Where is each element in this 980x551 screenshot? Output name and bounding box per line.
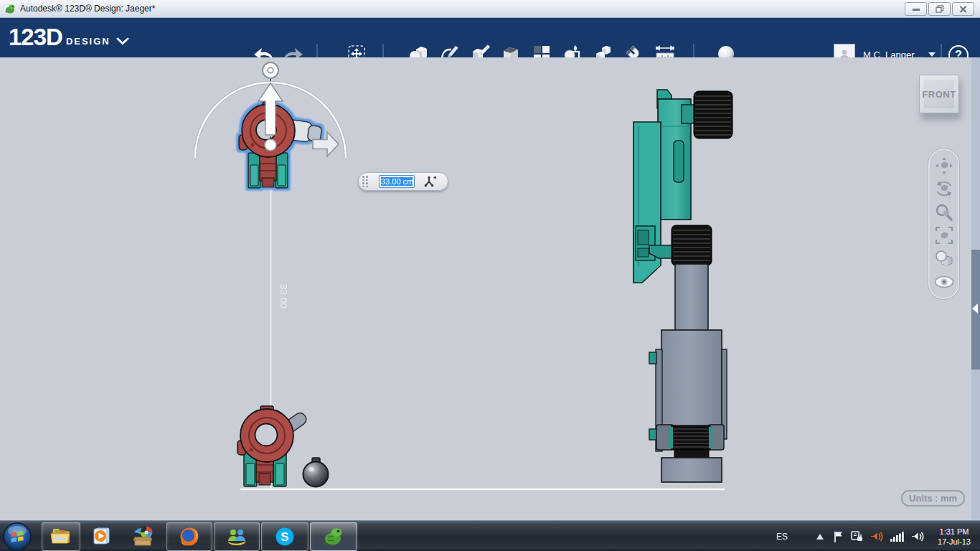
skype-letter: S [281, 530, 288, 544]
minimize-button[interactable] [905, 2, 927, 16]
dimension-label: 33.00 [278, 284, 289, 309]
taskbar-messenger[interactable] [214, 522, 260, 551]
move-manipulator [258, 79, 339, 156]
rotate-handle[interactable] [263, 62, 278, 78]
tray-date: 17-Jul-13 [928, 537, 980, 547]
taskbar-firefox[interactable] [166, 522, 212, 551]
start-button[interactable] [2, 522, 32, 551]
speaker-icon[interactable] [911, 531, 924, 542]
close-button[interactable] [952, 2, 974, 16]
small-sphere-model[interactable] [303, 458, 329, 487]
taskbar-skype[interactable]: S [261, 522, 308, 551]
hidden-icons-chevron[interactable] [816, 534, 824, 540]
drag-handle-icon[interactable] [362, 176, 372, 187]
taskbar-games-box[interactable] [123, 522, 164, 550]
modeling-viewport[interactable]: 33.00 [0, 57, 980, 520]
units-badge[interactable]: Units : mm [901, 490, 965, 507]
remove-hardware-icon[interactable] [851, 531, 863, 542]
pan-icon[interactable] [934, 156, 954, 176]
dimension-input[interactable] [379, 175, 415, 188]
tray-time: 1:31 PM [928, 527, 980, 537]
navigation-toolbar [928, 148, 960, 300]
selected-robot-top-view[interactable] [239, 102, 322, 188]
screen: Autodesk® 123D® Design: Jaeger* 123D DES… [0, 0, 980, 551]
app-toolbar: 123D DESIGN [0, 18, 980, 57]
action-center-flag-icon[interactable] [834, 531, 844, 542]
volume-mixer-icon[interactable] [870, 531, 883, 542]
snap-options-icon[interactable] [423, 176, 436, 188]
app-icon [5, 4, 16, 14]
window-title: Autodesk® 123D® Design: Jaeger* [20, 4, 155, 14]
measure-widget [358, 172, 448, 191]
eye-icon[interactable] [934, 272, 954, 292]
user-dropdown-caret-icon[interactable] [928, 52, 936, 57]
taskbar-media-player[interactable] [83, 522, 119, 550]
taskbar-123d-design[interactable] [310, 522, 357, 551]
pivot-dot[interactable] [265, 139, 276, 151]
chevron-down-icon [116, 35, 129, 48]
language-indicator[interactable]: ES [776, 532, 788, 542]
orbit-icon[interactable] [934, 179, 954, 199]
robot-front-view[interactable] [237, 406, 308, 486]
home-view-icon[interactable] [934, 249, 954, 269]
brand-logo: 123D [9, 23, 62, 52]
fit-icon[interactable] [934, 225, 954, 245]
tray-clock[interactable]: 1:31 PM 17-Jul-13 [928, 527, 980, 547]
arm-assembly-model[interactable] [633, 90, 732, 482]
app-menu-button[interactable]: 123D DESIGN [9, 23, 129, 52]
system-tray: ES 1:31 PM 17-Jul-13 [776, 521, 980, 551]
view-cube[interactable]: FRONT [919, 75, 959, 113]
taskbar-windows-explorer[interactable] [42, 522, 80, 551]
zoom-icon[interactable] [934, 202, 954, 222]
window-titlebar: Autodesk® 123D® Design: Jaeger* [0, 0, 980, 18]
taskbar: S ES [0, 520, 980, 551]
scene-3d: 33.00 [0, 57, 980, 520]
network-signal-icon[interactable] [890, 531, 904, 542]
restore-button[interactable] [928, 2, 951, 16]
